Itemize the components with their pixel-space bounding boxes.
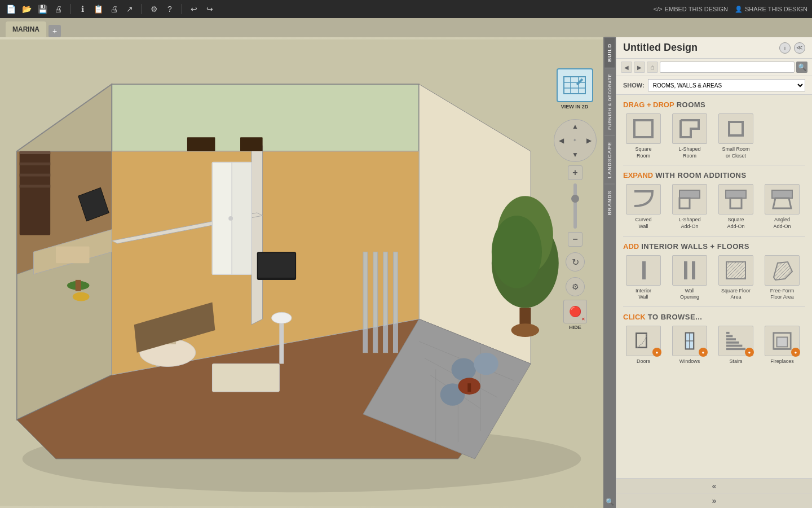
show-select[interactable]: ROOMS, WALLS & AREAS bbox=[648, 79, 805, 91]
tab-marina[interactable]: MARINA bbox=[6, 21, 46, 37]
svg-rect-70 bbox=[642, 261, 646, 279]
sq-floor-item[interactable]: Square Floor Area bbox=[716, 255, 756, 301]
landscape-tab[interactable]: LANDSCAPE bbox=[604, 135, 615, 184]
share-button[interactable]: 👤 SHARE THIS DESIGN bbox=[735, 6, 807, 13]
zoom-in-button[interactable]: + bbox=[568, 165, 582, 180]
tabbar: MARINA + bbox=[0, 18, 812, 37]
l-addon-item[interactable]: L-Shaped Add-On bbox=[669, 184, 710, 230]
help-icon[interactable]: ? bbox=[164, 3, 176, 15]
windows-item[interactable]: ● Windows bbox=[669, 326, 710, 365]
pan-up-button[interactable]: ▲ bbox=[568, 120, 582, 134]
back-button[interactable]: ◀ bbox=[621, 62, 632, 73]
new-icon[interactable]: 📄 bbox=[5, 3, 17, 15]
browse-accent: CLICK bbox=[623, 313, 646, 321]
svg-point-55 bbox=[73, 292, 90, 301]
browse-items: ● Doors ● bbox=[623, 326, 805, 365]
main-area: VIEW IN 2D ▲ ◀ ✦ ▶ ▼ + − ↻ bbox=[0, 37, 812, 508]
wall-opening-item[interactable]: Wall Opening bbox=[669, 255, 710, 301]
svg-marker-2 bbox=[112, 84, 419, 151]
sep1 bbox=[70, 4, 70, 14]
svg-rect-21 bbox=[76, 280, 81, 291]
small-room-item[interactable]: Small Room or Closet bbox=[716, 113, 756, 159]
add-tab-button[interactable]: + bbox=[48, 25, 61, 37]
panel-search-icon[interactable]: 🔍 bbox=[603, 496, 616, 508]
sq-addon-item[interactable]: Square Add-On bbox=[716, 184, 756, 230]
stairs-item[interactable]: ● Stairs bbox=[716, 326, 756, 365]
angled-addon-item[interactable]: Angled Add-On bbox=[762, 184, 802, 230]
svg-rect-19 bbox=[56, 246, 89, 263]
zoom-out-button[interactable]: − bbox=[568, 232, 582, 247]
collapse-down-button[interactable]: » bbox=[616, 493, 812, 508]
settings-icon[interactable]: ⚙ bbox=[148, 3, 160, 15]
info-icon[interactable]: ℹ bbox=[76, 3, 89, 15]
curved-wall-icon bbox=[626, 184, 661, 214]
search-input[interactable] bbox=[660, 62, 795, 73]
zoom-thumb[interactable] bbox=[571, 195, 579, 203]
pan-right-button[interactable]: ▶ bbox=[582, 134, 596, 148]
design-canvas[interactable]: VIEW IN 2D ▲ ◀ ✦ ▶ ▼ + − ↻ bbox=[0, 37, 603, 508]
divider1 bbox=[623, 165, 805, 165]
wall-opening-icon bbox=[672, 255, 707, 286]
l-shaped-room-item[interactable]: L-Shaped Room bbox=[669, 113, 710, 159]
panel-header-actions: i ≪ bbox=[779, 42, 805, 54]
hide-button[interactable]: 🔴 ✕ HIDE bbox=[563, 300, 587, 330]
redo-icon[interactable]: ↪ bbox=[204, 3, 216, 15]
svg-rect-23 bbox=[258, 253, 295, 278]
curved-wall-item[interactable]: Curved Wall bbox=[623, 184, 664, 230]
svg-rect-33 bbox=[373, 252, 378, 352]
svg-point-47 bbox=[511, 323, 540, 337]
square-room-item[interactable]: Square Room bbox=[623, 113, 664, 159]
interior-wall-item[interactable]: Interior Wall bbox=[623, 255, 664, 301]
svg-rect-87 bbox=[726, 332, 730, 334]
svg-marker-7 bbox=[251, 146, 263, 325]
open-icon[interactable]: 📂 bbox=[20, 3, 33, 15]
fireplaces-item[interactable]: ● Fireplaces bbox=[762, 326, 802, 365]
undo-icon[interactable]: ↩ bbox=[188, 3, 200, 15]
expand-section: EXPAND WITH ROOM ADDITIONS Curved Wall bbox=[623, 171, 805, 230]
collapse-up-button[interactable]: « bbox=[616, 479, 812, 493]
furnish-tab[interactable]: FURNISH & DECORATE bbox=[605, 68, 615, 135]
panel-wrapper: BUILD FURNISH & DECORATE LANDSCAPE BRAND… bbox=[603, 37, 812, 508]
svg-rect-52 bbox=[467, 383, 471, 392]
doors-icon: ● bbox=[626, 326, 661, 356]
svg-rect-34 bbox=[383, 252, 388, 352]
zoom-track bbox=[573, 183, 577, 229]
export-icon[interactable]: ↗ bbox=[123, 3, 136, 15]
forward-button[interactable]: ▶ bbox=[634, 62, 645, 73]
settings-gear-button[interactable]: ⚙ bbox=[566, 277, 585, 296]
view-in-2d-button[interactable]: VIEW IN 2D bbox=[555, 68, 594, 110]
freeform-floor-icon bbox=[765, 255, 800, 286]
close-panel-button[interactable]: ≪ bbox=[794, 42, 805, 54]
svg-rect-66 bbox=[726, 190, 746, 198]
print-icon[interactable]: 🖨 bbox=[108, 3, 120, 15]
search-button[interactable]: 🔍 bbox=[796, 62, 807, 73]
pan-left-button[interactable]: ◀ bbox=[554, 134, 568, 148]
svg-rect-71 bbox=[684, 261, 687, 279]
rotate-button[interactable]: ↻ bbox=[566, 252, 585, 271]
svg-marker-69 bbox=[773, 198, 791, 208]
save-icon[interactable]: 💾 bbox=[36, 3, 48, 15]
freeform-floor-item[interactable]: Free-Form Floor Area bbox=[762, 255, 802, 301]
build-tab[interactable]: BUILD bbox=[604, 37, 615, 68]
embed-button[interactable]: </> EMBED THIS DESIGN bbox=[654, 6, 728, 12]
interior-wall-label: Interior Wall bbox=[636, 288, 651, 301]
home-button[interactable]: ⌂ bbox=[647, 62, 658, 73]
pan-down-button[interactable]: ▼ bbox=[568, 147, 582, 161]
info-panel-button[interactable]: i bbox=[779, 42, 791, 54]
drag-drop-header: DRAG + DROP ROOMS bbox=[623, 100, 805, 109]
brands-tab[interactable]: BRANDS bbox=[604, 184, 615, 221]
svg-rect-82 bbox=[726, 348, 745, 350]
tab-marina-label: MARINA bbox=[12, 25, 39, 33]
nav-controls: ▲ ◀ ✦ ▶ ▼ + − ↻ ⚙ 🔴 ✕ bbox=[554, 119, 597, 330]
save-as-icon[interactable]: 🖨 bbox=[52, 3, 64, 15]
svg-rect-89 bbox=[777, 337, 788, 347]
svg-rect-84 bbox=[726, 341, 739, 344]
expand-rest: WITH ROOM ADDITIONS bbox=[655, 171, 746, 179]
curved-wall-label: Curved Wall bbox=[635, 217, 651, 230]
svg-rect-16 bbox=[20, 185, 50, 187]
angled-addon-icon bbox=[765, 184, 800, 214]
doors-item[interactable]: ● Doors bbox=[623, 326, 664, 365]
small-room-icon bbox=[718, 113, 753, 144]
pages-icon[interactable]: 📋 bbox=[92, 3, 104, 15]
svg-rect-83 bbox=[726, 345, 742, 347]
